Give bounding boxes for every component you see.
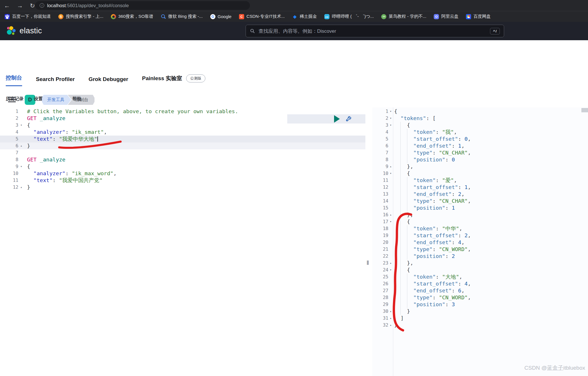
fold-toggle-icon[interactable]: ▾: [388, 122, 393, 129]
code-token: :: [433, 198, 439, 204]
code-line[interactable]: 3▾{: [0, 122, 365, 129]
code-line[interactable]: 6▴}: [0, 142, 365, 149]
code-line[interactable]: 28 "type": "CN_WORD",: [372, 294, 588, 301]
bookmark-google[interactable]: GGoogle: [210, 14, 232, 19]
fold-toggle-icon[interactable]: ▴: [388, 308, 393, 315]
code-line[interactable]: 20 "end_offset": 4,: [372, 239, 588, 246]
code-line[interactable]: 1▾{: [372, 108, 588, 115]
code-line[interactable]: 8 "position": 0: [372, 156, 588, 163]
bookmark-baidupan[interactable]: 百度网盘: [466, 14, 491, 19]
code-line[interactable]: 5 "text": "我爱中华大地": [0, 136, 365, 142]
code-line[interactable]: 9▾{: [0, 163, 365, 170]
code-line[interactable]: 11 "text": "我爱中国共产党": [0, 177, 365, 184]
bookmark-bing[interactable]: 微软 Bing 搜索 -...: [161, 14, 203, 19]
code-line[interactable]: 5 "start_offset": 0,: [372, 136, 588, 142]
tab-控制台[interactable]: 控制台: [6, 74, 22, 86]
fold-toggle-icon[interactable]: ▴: [388, 322, 393, 329]
code-line[interactable]: 6 "end_offset": 1,: [372, 142, 588, 149]
code-line[interactable]: 23▴ },: [372, 260, 588, 267]
code-line[interactable]: 15 "position": 1: [372, 205, 588, 211]
fold-toggle-icon[interactable]: ▴: [388, 260, 393, 267]
code-line[interactable]: 30▴ }: [372, 308, 588, 315]
request-editor[interactable]: 1# Click the Variables button, above, to…: [0, 107, 365, 376]
code-line[interactable]: 8GET _analyze: [0, 156, 365, 163]
code-line[interactable]: 18 "token": "中华",: [372, 225, 588, 232]
code-text: "position": 0: [393, 156, 588, 163]
fold-toggle-icon[interactable]: ▾: [388, 267, 393, 273]
fold-toggle-icon[interactable]: ▴: [18, 184, 24, 191]
so360-icon: [111, 14, 116, 19]
fold-toggle-icon[interactable]: ▴: [388, 211, 393, 218]
code-line[interactable]: 10▾ {: [372, 170, 588, 177]
site-info-icon[interactable]: i: [40, 3, 44, 8]
code-line[interactable]: 17▾ {: [372, 218, 588, 225]
code-line[interactable]: 19 "start_offset": 2,: [372, 232, 588, 239]
fold-toggle-icon[interactable]: ▴: [388, 163, 393, 170]
code-token: :: [445, 253, 452, 259]
code-line[interactable]: 2GET _analyze: [0, 115, 365, 122]
code-line[interactable]: 12 "start_offset": 1,: [372, 184, 588, 191]
code-line[interactable]: 2▾ "tokens": [: [372, 115, 588, 122]
bookmark-juejin[interactable]: ◆稀土掘金: [292, 14, 317, 19]
code-line[interactable]: 16▴ },: [372, 211, 588, 218]
code-line[interactable]: 22 "position": 2: [372, 253, 588, 260]
code-line[interactable]: 21 "type": "CN_WORD",: [372, 246, 588, 253]
code-line[interactable]: 32▴}: [372, 322, 588, 329]
bookmark-bilibili[interactable]: 哔哩哔哩 ( ゜- ゜)つ...: [324, 14, 374, 19]
tab-label: 控制台: [6, 74, 22, 82]
send-request-icon[interactable]: [334, 115, 340, 123]
code-line[interactable]: 1# Click the Variables button, above, to…: [0, 108, 365, 115]
code-token: [394, 115, 400, 121]
breadcrumb: 开发工具控制台: [42, 95, 95, 105]
bookmark-aliyun[interactable]: O阿里云盘: [434, 14, 458, 19]
fold-toggle-icon[interactable]: ▾: [18, 122, 24, 129]
bookmark-so360[interactable]: 360搜索，SO靠谱: [111, 14, 153, 19]
reload-icon[interactable]: ↻: [30, 3, 35, 9]
fold-toggle-icon[interactable]: ▾: [388, 115, 393, 122]
bookmark-csdn[interactable]: CCSDN-专业IT技术...: [239, 14, 285, 19]
back-icon[interactable]: ←: [4, 3, 10, 9]
console-menu-帮助[interactable]: 帮助: [72, 96, 81, 102]
code-line[interactable]: 3▾ {: [372, 122, 588, 129]
code-line[interactable]: 29 "position": 3: [372, 301, 588, 308]
scrollbar-corner[interactable]: [581, 108, 588, 112]
code-line[interactable]: 27 "end_offset": 6,: [372, 287, 588, 294]
tab-Painless 实验室[interactable]: Painless 实验室公测版: [142, 74, 205, 86]
fold-toggle-icon[interactable]: ▾: [388, 218, 393, 225]
fold-toggle-icon[interactable]: ▾: [388, 170, 393, 177]
console-menu-设置[interactable]: 设置: [34, 96, 43, 102]
code-token: GET: [27, 115, 36, 121]
code-line[interactable]: 24▾ {: [372, 267, 588, 273]
code-line[interactable]: 9▴ },: [372, 163, 588, 170]
bookmark-sogou[interactable]: S搜狗搜索引擎 - 上...: [58, 14, 103, 19]
panel-splitter[interactable]: ‖: [365, 107, 372, 376]
code-line[interactable]: 7: [0, 149, 365, 156]
code-line[interactable]: 10 "analyzer": "ik_max_word",: [0, 170, 365, 177]
tab-Grok Debugger[interactable]: Grok Debugger: [88, 76, 128, 86]
forward-icon[interactable]: →: [17, 3, 23, 9]
code-line[interactable]: 13 "end_offset": 2,: [372, 191, 588, 198]
fold-toggle-icon[interactable]: ▴: [18, 142, 24, 149]
console-menu-历史记录[interactable]: 历史记录: [6, 96, 24, 102]
fold-toggle-icon[interactable]: ▾: [388, 108, 393, 115]
response-output[interactable]: 1▾{2▾ "tokens": [3▾ {4 "token": "我",5 "s…: [372, 107, 588, 376]
fold-toggle-icon[interactable]: ▴: [388, 315, 393, 322]
code-line[interactable]: 14 "type": "CN_CHAR",: [372, 198, 588, 205]
tab-Search Profiler[interactable]: Search Profiler: [36, 76, 75, 86]
code-line[interactable]: 7 "type": "CN_CHAR",: [372, 149, 588, 156]
bookmark-runoob[interactable]: </>菜鸟教程 - 学的不...: [381, 14, 426, 19]
code-line[interactable]: 12▴}: [0, 184, 365, 191]
code-line[interactable]: 4 "analyzer": "ik_smart",: [0, 129, 365, 136]
bookmark-baidu[interactable]: 百度一下，你就知道: [5, 14, 51, 19]
code-line[interactable]: 4 "token": "我",: [372, 129, 588, 136]
code-line[interactable]: 31▴ ]: [372, 315, 588, 322]
code-line[interactable]: 25 "token": "大地",: [372, 273, 588, 280]
code-line[interactable]: 11 "token": "爱",: [372, 177, 588, 184]
fold-toggle-icon[interactable]: ▾: [18, 163, 24, 170]
elastic-logo[interactable]: elastic: [6, 26, 42, 36]
breadcrumb-item-0[interactable]: 开发工具: [42, 95, 71, 105]
global-search-input[interactable]: 查找应用、内容等。例如：Discover ^/: [246, 25, 504, 37]
code-line[interactable]: 26 "start_offset": 4,: [372, 280, 588, 287]
address-bar[interactable]: i localhost:5601/app/dev_tools#/console: [35, 1, 250, 10]
wrench-icon[interactable]: [345, 115, 353, 124]
